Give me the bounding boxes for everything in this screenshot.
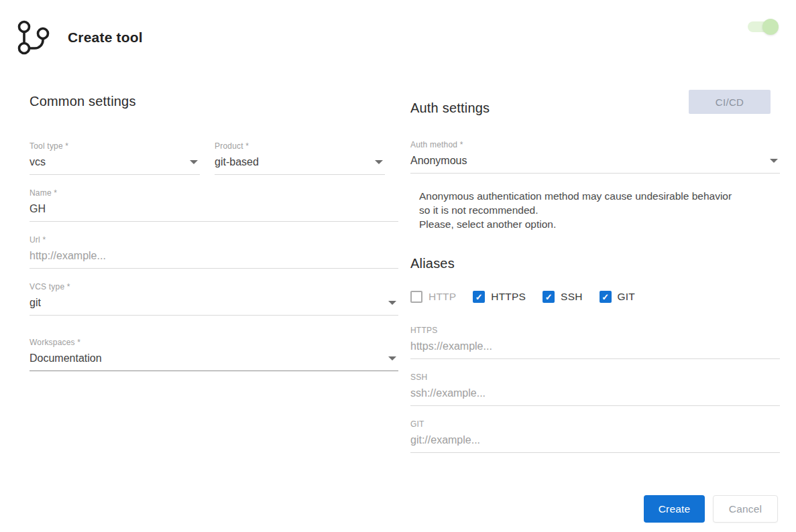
ssh-input[interactable]	[410, 387, 780, 399]
chevron-down-icon	[770, 159, 778, 163]
vcs-type-label: VCS type *	[30, 282, 398, 291]
auth-warning-text: Anonymous authentication method may caus…	[410, 189, 739, 231]
alias-checkbox-row: HTTP✓HTTPS✓SSH✓GIT	[410, 291, 780, 303]
common-settings-section: Common settings Tool type * vcs Product …	[30, 94, 398, 453]
chevron-down-icon	[190, 160, 198, 164]
name-label: Name *	[30, 188, 398, 198]
alias-checkbox-label: GIT	[618, 291, 635, 303]
git-branch-icon	[17, 19, 50, 56]
common-settings-heading: Common settings	[30, 94, 398, 109]
page-title: Create tool	[68, 29, 143, 46]
alias-checkbox-ssh[interactable]: ✓SSH	[543, 291, 582, 303]
https-label: HTTPS	[410, 326, 780, 335]
cicd-button[interactable]: CI/CD	[689, 90, 771, 114]
url-input[interactable]	[30, 249, 398, 262]
workspaces-select[interactable]: Workspaces * Documentation	[30, 338, 398, 371]
create-tool-dialog: Create tool Common settings Tool type * …	[0, 0, 796, 532]
ssh-field: SSH	[410, 373, 780, 406]
https-input[interactable]	[410, 340, 780, 352]
alias-checkbox-http[interactable]: HTTP	[410, 291, 456, 303]
chevron-down-icon	[388, 356, 396, 360]
name-input[interactable]	[30, 202, 398, 215]
vcs-type-select[interactable]: VCS type * git	[30, 282, 398, 316]
workspaces-label: Workspaces *	[30, 338, 398, 347]
chevron-down-icon	[375, 160, 383, 164]
auth-settings-heading: Auth settings	[410, 101, 490, 116]
enable-toggle[interactable]	[748, 21, 776, 32]
git-label: GIT	[410, 419, 780, 429]
product-value: git-based	[215, 155, 385, 168]
tool-type-value: vcs	[30, 155, 200, 168]
product-label: Product *	[215, 141, 385, 151]
url-field: Url *	[30, 235, 398, 269]
chevron-down-icon	[388, 301, 396, 305]
tool-type-select[interactable]: Tool type * vcs	[30, 141, 200, 175]
url-label: Url *	[30, 235, 398, 245]
workspaces-value: Documentation	[30, 352, 398, 364]
checkbox-checked-icon: ✓	[473, 291, 485, 303]
aliases-heading: Aliases	[410, 256, 780, 271]
auth-method-value: Anonymous	[410, 154, 780, 167]
alias-checkbox-label: HTTPS	[491, 291, 526, 303]
create-button[interactable]: Create	[644, 495, 705, 523]
alias-checkbox-label: SSH	[561, 291, 582, 303]
git-input[interactable]	[410, 434, 780, 446]
cancel-button[interactable]: Cancel	[713, 495, 778, 523]
dialog-header: Create tool	[17, 19, 780, 56]
checkbox-checked-icon: ✓	[543, 291, 555, 303]
dialog-footer: Create Cancel	[644, 495, 778, 523]
ssh-label: SSH	[410, 373, 780, 382]
git-field: GIT	[410, 419, 780, 453]
auth-method-select[interactable]: Auth method * Anonymous	[410, 140, 780, 174]
https-field: HTTPS	[410, 326, 780, 359]
auth-settings-section: Auth settings CI/CD Auth method * Anonym…	[410, 94, 780, 453]
product-select[interactable]: Product * git-based	[215, 141, 385, 175]
auth-method-label: Auth method *	[410, 140, 780, 149]
alias-checkbox-git[interactable]: ✓GIT	[600, 291, 635, 303]
name-field: Name *	[30, 188, 398, 222]
alias-checkbox-label: HTTP	[429, 291, 456, 303]
vcs-type-value: git	[30, 296, 398, 309]
tool-type-label: Tool type *	[30, 141, 200, 151]
checkbox-unchecked-icon	[410, 291, 422, 303]
checkbox-checked-icon: ✓	[600, 291, 612, 303]
alias-checkbox-https[interactable]: ✓HTTPS	[473, 291, 526, 303]
toggle-knob-icon	[762, 19, 779, 35]
